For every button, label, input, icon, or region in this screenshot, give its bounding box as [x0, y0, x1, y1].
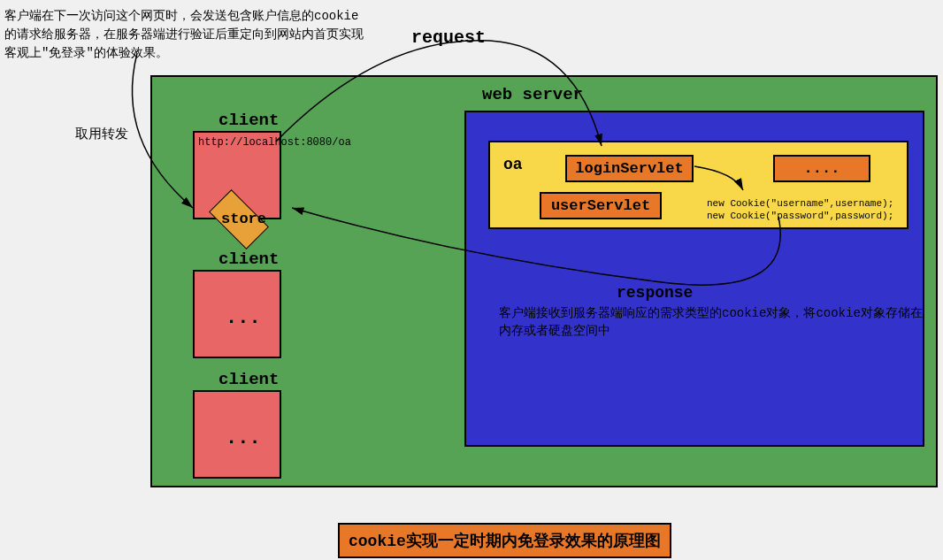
loginservlet-box: loginServlet — [565, 155, 694, 182]
client3-label: client — [218, 370, 279, 389]
client1-label: client — [218, 111, 279, 130]
dots-servlet-box: .... — [773, 155, 870, 182]
client-url: http://localhost:8080/oa — [198, 136, 351, 150]
client2-dots: ... — [226, 307, 261, 329]
client1-box: http://localhost:8080/oa store — [193, 131, 281, 219]
client2-label: client — [218, 249, 279, 269]
response-label: response — [617, 284, 693, 302]
webserver-label: web server — [482, 85, 583, 104]
userservlet-box: userServlet — [540, 192, 662, 219]
oa-label: oa — [503, 156, 523, 173]
cookie-code-line2: new Cookie("password",password); — [707, 210, 893, 222]
cookie-code-line1: new Cookie("username",username); — [707, 197, 893, 210]
forward-label: 取用转发 — [75, 126, 128, 142]
oa-box: oa loginServlet userServlet .... new Coo… — [488, 141, 908, 229]
webserver-box: oa loginServlet userServlet .... new Coo… — [464, 111, 924, 447]
cookie-code: new Cookie("username",username); new Coo… — [707, 197, 893, 223]
client2-box: ... — [193, 270, 281, 358]
caption-box: cookie实现一定时期内免登录效果的原理图 — [338, 523, 671, 558]
client3-dots: ... — [226, 427, 261, 449]
top-description: 客户端在下一次访问这个网页时，会发送包含账户信息的cookie的请求给服务器，在… — [4, 7, 365, 63]
request-label: request — [411, 27, 486, 48]
client3-box: ... — [193, 390, 281, 479]
store-label: store — [221, 211, 266, 227]
response-description: 客户端接收到服务器端响应的需求类型的cookie对象，将cookie对象存储在内… — [499, 305, 923, 340]
